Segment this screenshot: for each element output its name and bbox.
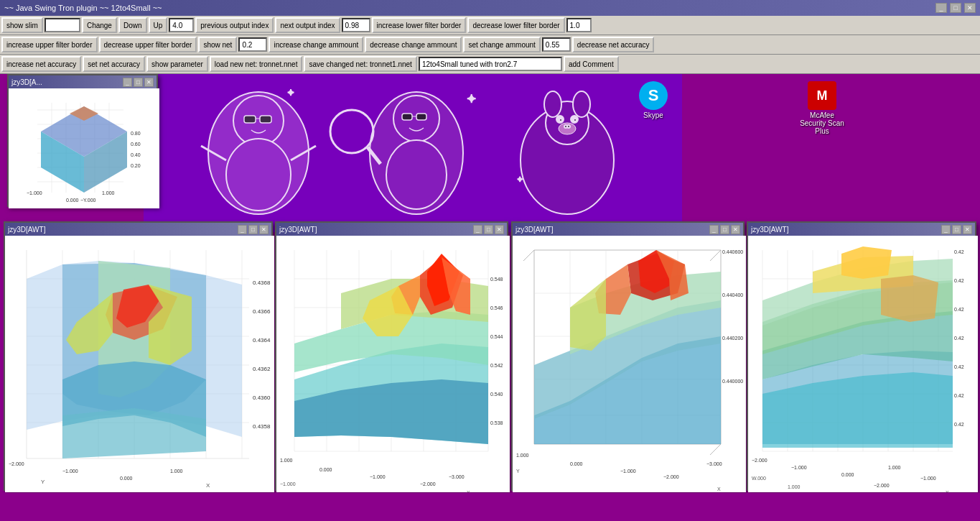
set-change-button[interactable]: set change ammount	[463, 37, 540, 52]
net-label-input[interactable]	[419, 57, 562, 71]
increase-net-accuracy-button[interactable]: increase net accuracy	[1, 56, 81, 72]
plot-minimize-btn-b1[interactable]: _	[238, 225, 247, 234]
show-parameter-button[interactable]: show parameter	[146, 56, 208, 72]
plot-title-bottom-4: jzy3D[AWT]	[751, 226, 788, 234]
add-comment-button[interactable]: add Comment	[564, 56, 619, 72]
svg-text:0.42: 0.42	[954, 393, 964, 398]
up-button[interactable]: Up	[149, 17, 168, 33]
plot-body-top-left: 0.80 0.60 0.40 0.20 −1.000 0.000 1.000 −…	[9, 88, 159, 208]
svg-point-25	[567, 125, 570, 128]
svg-text:X: X	[946, 490, 949, 492]
svg-text:0.4362: 0.4362	[253, 366, 271, 372]
svg-text:0.60: 0.60	[131, 142, 141, 147]
svg-text:1.000: 1.000	[280, 458, 293, 463]
plot-minimize-btn[interactable]: _	[123, 78, 132, 87]
down-button[interactable]: Down	[118, 17, 147, 33]
load-net-button[interactable]: load new net: tronnet.nnet	[210, 56, 303, 72]
svg-text:0.538: 0.538	[490, 420, 503, 425]
plot-maximize-btn-b2[interactable]: □	[484, 225, 493, 234]
plot-close-btn-b1[interactable]: ✕	[259, 225, 269, 234]
svg-text:0.540: 0.540	[490, 392, 503, 397]
increase-lower-filter-button[interactable]: increase lower filter border	[372, 17, 467, 33]
change-button[interactable]: Change	[82, 17, 117, 33]
plot-body-bottom-1: 0.4368 0.4366 0.4364 0.4362 0.4360 0.435…	[5, 236, 274, 492]
show-slim-button[interactable]: show slim	[1, 17, 43, 33]
previous-output-index-button[interactable]: previous output index	[195, 17, 274, 33]
decrease-net-accuracy-button[interactable]: decrease net accuracy	[572, 37, 655, 52]
svg-text:−1.000: −1.000	[370, 474, 386, 479]
close-button[interactable]: ✕	[964, 3, 976, 13]
svg-text:0.42: 0.42	[954, 278, 964, 283]
plot-close-btn[interactable]: ✕	[144, 78, 154, 87]
up-value-input[interactable]	[169, 18, 194, 32]
plot-controls-bottom-4: _ □ ✕	[941, 225, 972, 234]
svg-text:0.440200: 0.440200	[722, 336, 743, 341]
svg-text:1.000: 1.000	[170, 469, 183, 474]
svg-text:−3.000: −3.000	[449, 474, 465, 479]
plot-controls-bottom-1: _ □ ✕	[238, 225, 269, 234]
plot-close-btn-b4[interactable]: ✕	[963, 225, 972, 234]
set-net-accuracy-button[interactable]: set net accuracy	[83, 56, 145, 72]
plot-title-bottom-3: jzy3D[AWT]	[515, 226, 553, 234]
skype-icon-desktop[interactable]: S Skype	[628, 81, 678, 119]
svg-text:1.000: 1.000	[788, 484, 801, 489]
plot-svg-top-left: 0.80 0.60 0.40 0.20 −1.000 0.000 1.000 −…	[9, 88, 159, 208]
show-net-button[interactable]: show net	[198, 37, 237, 52]
plot-close-btn-b2[interactable]: ✕	[495, 225, 504, 234]
titlebar: ~~ Java Swing Tron plugin ~~ 12to4Small …	[0, 0, 980, 16]
plot-maximize-btn-b4[interactable]: □	[952, 225, 961, 234]
svg-text:W.000: W.000	[752, 476, 766, 481]
plot-controls-bottom-2: _ □ ✕	[473, 225, 504, 234]
svg-text:Y: Y	[516, 469, 520, 474]
plot-minimize-btn-b4[interactable]: _	[941, 225, 951, 234]
filter-val1-input[interactable]	[342, 18, 370, 32]
plot-minimize-btn-b2[interactable]: _	[473, 225, 482, 234]
increase-upper-filter-button[interactable]: increase upper filter border	[1, 37, 98, 52]
increase-change-button[interactable]: increase change ammount	[269, 37, 363, 52]
titlebar-title: ~~ Java Swing Tron plugin ~~ 12to4Small …	[4, 4, 162, 12]
net-val-input[interactable]	[238, 37, 267, 52]
next-output-index-button[interactable]: next output index	[275, 17, 340, 33]
minimize-button[interactable]: _	[935, 3, 947, 13]
plot-maximize-btn-b1[interactable]: □	[248, 225, 258, 234]
svg-rect-12	[416, 114, 426, 120]
decrease-lower-filter-button[interactable]: decrease lower filter border	[467, 17, 564, 33]
plot-controls-bottom-3: _ □ ✕	[709, 225, 740, 234]
svg-point-6	[226, 139, 291, 211]
plot-title-top-left: jzy3D[A...	[11, 78, 42, 86]
svg-text:Y: Y	[41, 479, 45, 485]
svg-point-22	[574, 119, 577, 121]
plot-maximize-btn-b3[interactable]: □	[720, 225, 729, 234]
plot-svg-bottom-4: 0.42 0.42 0.42 0.42 0.42 0.42 0.42 −2.00…	[748, 236, 978, 492]
plot-body-bottom-4: 0.42 0.42 0.42 0.42 0.42 0.42 0.42 −2.00…	[748, 236, 978, 492]
change-val-input[interactable]	[542, 37, 571, 52]
plot-titlebar-bottom-3: jzy3D[AWT] _ □ ✕	[513, 223, 743, 236]
svg-marker-78	[62, 408, 206, 458]
save-net-button[interactable]: save changed net: tronnet1.nnet	[304, 56, 416, 72]
plot-close-btn-b3[interactable]: ✕	[731, 225, 740, 234]
svg-text:X: X	[717, 487, 721, 492]
svg-text:0.42: 0.42	[954, 336, 964, 341]
svg-rect-11	[402, 114, 412, 120]
plot-maximize-btn[interactable]: □	[134, 78, 143, 87]
plot-minimize-btn-b3[interactable]: _	[709, 225, 719, 234]
svg-text:0.42: 0.42	[954, 307, 964, 312]
plot-svg-bottom-1: 0.4368 0.4366 0.4364 0.4362 0.4360 0.435…	[5, 236, 274, 492]
svg-text:0.000: 0.000	[319, 467, 332, 472]
mcafee-icon-desktop[interactable]: M McAfee Security Scan Plus	[797, 81, 847, 135]
svg-marker-184	[841, 246, 892, 279]
svg-text:0.000: 0.000	[120, 476, 133, 481]
background-mural: ✦ ✦ ✦	[144, 74, 682, 232]
svg-text:0.4360: 0.4360	[253, 395, 271, 401]
slim-value-input[interactable]	[45, 18, 80, 32]
plot-svg-bottom-2: 0.548 0.546 0.544 0.542 0.540 0.538 1.00…	[276, 236, 510, 492]
plot-window-top-left: jzy3D[A... _ □ ✕	[7, 74, 158, 207]
plot-titlebar-top-left: jzy3D[A... _ □ ✕	[9, 75, 157, 88]
decrease-upper-filter-button[interactable]: decrease upper filter border	[99, 37, 197, 52]
plot-window-bottom-2: jzy3D[AWT] _ □ ✕	[275, 221, 508, 491]
svg-text:0.4358: 0.4358	[253, 423, 271, 430]
maximize-button[interactable]: □	[950, 3, 961, 13]
decrease-change-button[interactable]: decrease change ammount	[365, 37, 462, 52]
svg-text:−1.000: −1.000	[620, 469, 636, 474]
filter-val2-input[interactable]	[566, 18, 592, 32]
